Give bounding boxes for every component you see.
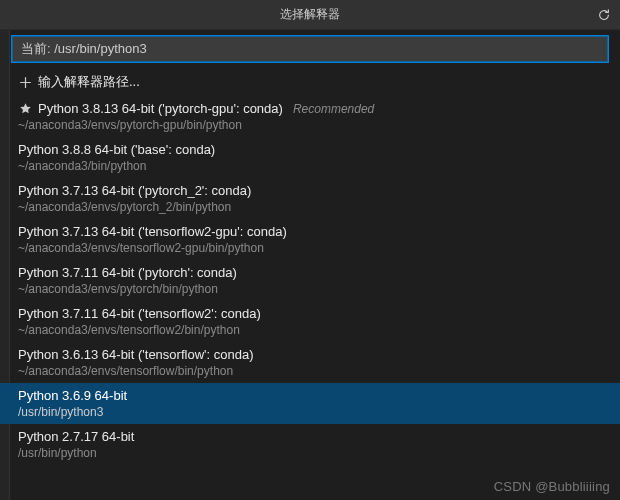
interpreter-label: Python 2.7.17 64-bit [18, 429, 134, 444]
interpreter-path: ~/anaconda3/bin/python [18, 159, 608, 173]
interpreter-path: /usr/bin/python3 [18, 405, 608, 419]
search-row [0, 30, 620, 68]
interpreter-option[interactable]: Python 3.6.9 64-bit/usr/bin/python3 [0, 383, 620, 424]
watermark: CSDN @Bubbliiiing [494, 479, 610, 494]
interpreter-label: Python 3.6.13 64-bit ('tensorflow': cond… [18, 347, 254, 362]
interpreter-list: 输入解释器路径... Python 3.8.13 64-bit ('pytorc… [0, 68, 620, 465]
interpreter-path: /usr/bin/python [18, 446, 608, 460]
interpreter-path: ~/anaconda3/envs/pytorch_2/bin/python [18, 200, 608, 214]
refresh-icon[interactable] [596, 7, 612, 23]
interpreter-label: Python 3.6.9 64-bit [18, 388, 127, 403]
interpreter-option[interactable]: Python 3.7.13 64-bit ('tensorflow2-gpu':… [0, 219, 620, 260]
interpreter-option[interactable]: Python 3.8.13 64-bit ('pytorch-gpu': con… [0, 96, 620, 137]
enter-interpreter-path[interactable]: 输入解释器路径... [0, 68, 620, 96]
interpreter-option[interactable]: Python 3.7.11 64-bit ('pytorch': conda)~… [0, 260, 620, 301]
plus-icon [18, 76, 32, 89]
interpreter-path: ~/anaconda3/envs/tensorflow2-gpu/bin/pyt… [18, 241, 608, 255]
interpreter-label: Python 3.8.13 64-bit ('pytorch-gpu': con… [38, 101, 283, 116]
interpreter-path: ~/anaconda3/envs/tensorflow/bin/python [18, 364, 608, 378]
interpreter-option[interactable]: Python 3.7.11 64-bit ('tensorflow2': con… [0, 301, 620, 342]
interpreter-label: Python 3.7.11 64-bit ('pytorch': conda) [18, 265, 237, 280]
interpreter-path: ~/anaconda3/envs/pytorch/bin/python [18, 282, 608, 296]
interpreter-label: Python 3.7.13 64-bit ('tensorflow2-gpu':… [18, 224, 287, 239]
interpreter-option[interactable]: Python 3.8.8 64-bit ('base': conda)~/ana… [0, 137, 620, 178]
star-icon [18, 102, 32, 115]
picker-title: 选择解释器 [280, 6, 340, 23]
enter-path-label: 输入解释器路径... [38, 73, 140, 91]
interpreter-search-input[interactable] [12, 36, 608, 62]
interpreter-option[interactable]: Python 3.6.13 64-bit ('tensorflow': cond… [0, 342, 620, 383]
interpreter-path: ~/anaconda3/envs/pytorch-gpu/bin/python [18, 118, 608, 132]
interpreter-label: Python 3.7.13 64-bit ('pytorch_2': conda… [18, 183, 251, 198]
interpreter-label: Python 3.8.8 64-bit ('base': conda) [18, 142, 215, 157]
interpreter-path: ~/anaconda3/envs/tensorflow2/bin/python [18, 323, 608, 337]
picker-titlebar: 选择解释器 [0, 0, 620, 30]
interpreter-option[interactable]: Python 3.7.13 64-bit ('pytorch_2': conda… [0, 178, 620, 219]
recommended-badge: Recommended [293, 102, 374, 116]
interpreter-option[interactable]: Python 2.7.17 64-bit/usr/bin/python [0, 424, 620, 465]
interpreter-label: Python 3.7.11 64-bit ('tensorflow2': con… [18, 306, 261, 321]
